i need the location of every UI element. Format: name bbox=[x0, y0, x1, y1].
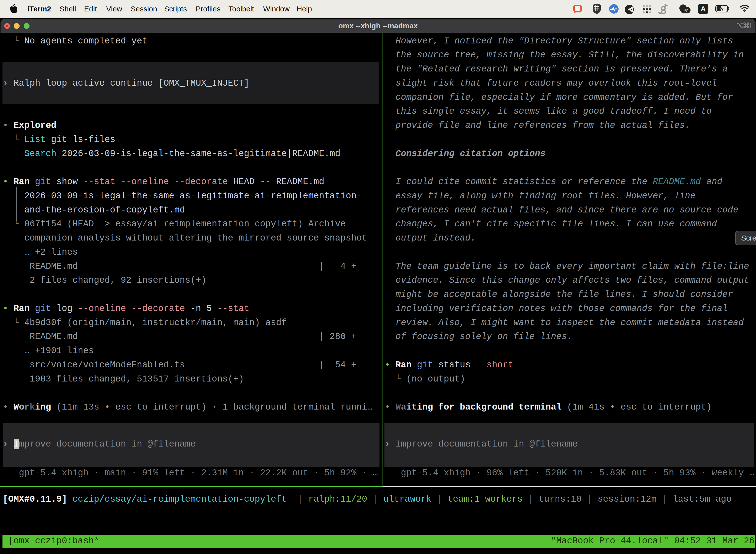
svg-text:..61: ..61 bbox=[682, 8, 689, 13]
